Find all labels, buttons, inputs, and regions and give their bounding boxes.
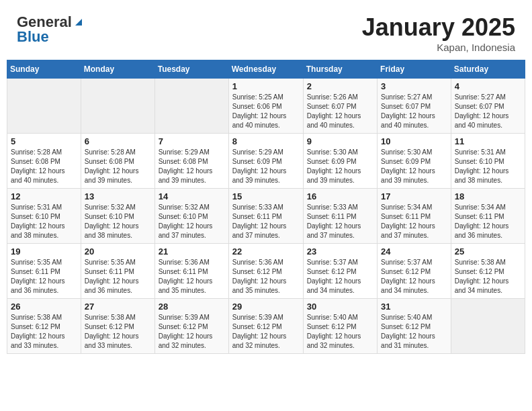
calendar-cell: 14Sunrise: 5:32 AM Sunset: 6:10 PM Dayli… [154,189,228,244]
month-title: January 2025 [362,13,515,42]
calendar-cell: 7Sunrise: 5:29 AM Sunset: 6:08 PM Daylig… [154,134,228,189]
day-info: Sunrise: 5:29 AM Sunset: 6:08 PM Dayligh… [159,148,225,185]
calendar-cell: 18Sunrise: 5:34 AM Sunset: 6:11 PM Dayli… [451,189,525,244]
day-number: 31 [381,302,447,312]
calendar-cell: 8Sunrise: 5:29 AM Sunset: 6:09 PM Daylig… [228,134,303,189]
calendar-week-row: 26Sunrise: 5:38 AM Sunset: 6:12 PM Dayli… [7,299,525,354]
calendar-cell: 16Sunrise: 5:33 AM Sunset: 6:11 PM Dayli… [303,189,377,244]
calendar-table: SundayMondayTuesdayWednesdayThursdayFrid… [7,60,525,354]
day-number: 18 [455,191,521,201]
day-info: Sunrise: 5:32 AM Sunset: 6:10 PM Dayligh… [85,203,151,240]
day-info: Sunrise: 5:29 AM Sunset: 6:09 PM Dayligh… [232,148,300,185]
day-info: Sunrise: 5:30 AM Sunset: 6:09 PM Dayligh… [307,148,373,185]
day-number: 29 [232,302,300,312]
day-info: Sunrise: 5:26 AM Sunset: 6:07 PM Dayligh… [307,93,373,130]
day-info: Sunrise: 5:28 AM Sunset: 6:08 PM Dayligh… [85,148,151,185]
calendar-header-saturday: Saturday [451,60,525,79]
day-number: 19 [11,246,77,257]
calendar-header-row: SundayMondayTuesdayWednesdayThursdayFrid… [7,60,525,79]
day-number: 15 [232,191,300,201]
day-number: 22 [232,246,300,257]
calendar-cell: 4Sunrise: 5:27 AM Sunset: 6:07 PM Daylig… [451,79,525,134]
calendar-cell: 5Sunrise: 5:28 AM Sunset: 6:08 PM Daylig… [7,134,81,189]
day-number: 3 [381,81,447,91]
page-header: General Blue January 2025 Kapan, Indones… [7,7,525,56]
day-number: 26 [11,302,77,312]
calendar-cell [154,79,228,134]
calendar-header-thursday: Thursday [303,60,377,79]
day-number: 17 [381,191,447,201]
day-info: Sunrise: 5:38 AM Sunset: 6:12 PM Dayligh… [11,313,77,351]
day-number: 24 [381,246,447,257]
calendar-cell: 31Sunrise: 5:40 AM Sunset: 6:12 PM Dayli… [378,299,451,354]
calendar-cell: 6Sunrise: 5:28 AM Sunset: 6:08 PM Daylig… [81,134,154,189]
logo-blue: Blue [17,28,49,46]
day-info: Sunrise: 5:36 AM Sunset: 6:11 PM Dayligh… [159,258,225,295]
day-info: Sunrise: 5:37 AM Sunset: 6:12 PM Dayligh… [381,258,447,295]
calendar-cell: 3Sunrise: 5:27 AM Sunset: 6:07 PM Daylig… [378,79,451,134]
day-number: 4 [455,81,521,91]
calendar-cell: 1Sunrise: 5:25 AM Sunset: 6:06 PM Daylig… [228,79,303,134]
day-number: 30 [307,302,373,312]
day-number: 6 [85,136,151,146]
day-info: Sunrise: 5:38 AM Sunset: 6:12 PM Dayligh… [85,313,151,351]
location: Kapan, Indonesia [362,42,515,53]
calendar-cell [81,79,154,134]
day-info: Sunrise: 5:34 AM Sunset: 6:11 PM Dayligh… [455,203,521,240]
day-number: 14 [159,191,225,201]
day-number: 9 [307,136,373,146]
day-info: Sunrise: 5:40 AM Sunset: 6:12 PM Dayligh… [307,313,373,351]
calendar-week-row: 19Sunrise: 5:35 AM Sunset: 6:11 PM Dayli… [7,244,525,299]
day-info: Sunrise: 5:31 AM Sunset: 6:10 PM Dayligh… [455,148,521,185]
calendar-week-row: 5Sunrise: 5:28 AM Sunset: 6:08 PM Daylig… [7,134,525,189]
calendar-cell: 25Sunrise: 5:38 AM Sunset: 6:12 PM Dayli… [451,244,525,299]
calendar-cell: 22Sunrise: 5:36 AM Sunset: 6:12 PM Dayli… [228,244,303,299]
calendar-header-wednesday: Wednesday [228,60,303,79]
day-info: Sunrise: 5:35 AM Sunset: 6:11 PM Dayligh… [11,258,77,295]
day-number: 5 [11,136,77,146]
day-number: 20 [85,246,151,257]
day-number: 28 [159,302,225,312]
day-info: Sunrise: 5:25 AM Sunset: 6:06 PM Dayligh… [232,93,300,130]
day-info: Sunrise: 5:40 AM Sunset: 6:12 PM Dayligh… [381,313,447,351]
day-info: Sunrise: 5:39 AM Sunset: 6:12 PM Dayligh… [232,313,300,351]
day-number: 27 [85,302,151,312]
day-number: 16 [307,191,373,201]
calendar-cell: 19Sunrise: 5:35 AM Sunset: 6:11 PM Dayli… [7,244,81,299]
day-number: 1 [232,81,300,91]
calendar-cell [451,299,525,354]
calendar-header-sunday: Sunday [7,60,81,79]
day-info: Sunrise: 5:31 AM Sunset: 6:10 PM Dayligh… [11,203,77,240]
calendar-cell: 27Sunrise: 5:38 AM Sunset: 6:12 PM Dayli… [81,299,154,354]
calendar-cell: 23Sunrise: 5:37 AM Sunset: 6:12 PM Dayli… [303,244,377,299]
day-info: Sunrise: 5:33 AM Sunset: 6:11 PM Dayligh… [307,203,373,240]
day-info: Sunrise: 5:39 AM Sunset: 6:12 PM Dayligh… [159,313,225,351]
day-number: 7 [159,136,225,146]
calendar-cell: 9Sunrise: 5:30 AM Sunset: 6:09 PM Daylig… [303,134,377,189]
day-number: 23 [307,246,373,257]
calendar-cell: 20Sunrise: 5:35 AM Sunset: 6:11 PM Dayli… [81,244,154,299]
day-number: 25 [455,246,521,257]
day-info: Sunrise: 5:36 AM Sunset: 6:12 PM Dayligh… [232,258,300,295]
day-number: 13 [85,191,151,201]
calendar-cell: 13Sunrise: 5:32 AM Sunset: 6:10 PM Dayli… [81,189,154,244]
calendar-cell: 11Sunrise: 5:31 AM Sunset: 6:10 PM Dayli… [451,134,525,189]
calendar-cell: 28Sunrise: 5:39 AM Sunset: 6:12 PM Dayli… [154,299,228,354]
logo-arrow-icon [73,16,85,28]
day-info: Sunrise: 5:33 AM Sunset: 6:11 PM Dayligh… [232,203,300,240]
logo: General Blue [17,13,85,46]
calendar-cell: 21Sunrise: 5:36 AM Sunset: 6:11 PM Dayli… [154,244,228,299]
day-info: Sunrise: 5:28 AM Sunset: 6:08 PM Dayligh… [11,148,77,185]
calendar-header-tuesday: Tuesday [154,60,228,79]
day-number: 2 [307,81,373,91]
calendar-cell: 24Sunrise: 5:37 AM Sunset: 6:12 PM Dayli… [378,244,451,299]
day-info: Sunrise: 5:34 AM Sunset: 6:11 PM Dayligh… [381,203,447,240]
calendar-header-friday: Friday [378,60,451,79]
calendar-header-monday: Monday [81,60,154,79]
svg-marker-0 [75,19,82,26]
day-number: 12 [11,191,77,201]
day-number: 10 [381,136,447,146]
calendar-week-row: 1Sunrise: 5:25 AM Sunset: 6:06 PM Daylig… [7,79,525,134]
title-block: January 2025 Kapan, Indonesia [362,13,515,53]
calendar-cell: 30Sunrise: 5:40 AM Sunset: 6:12 PM Dayli… [303,299,377,354]
